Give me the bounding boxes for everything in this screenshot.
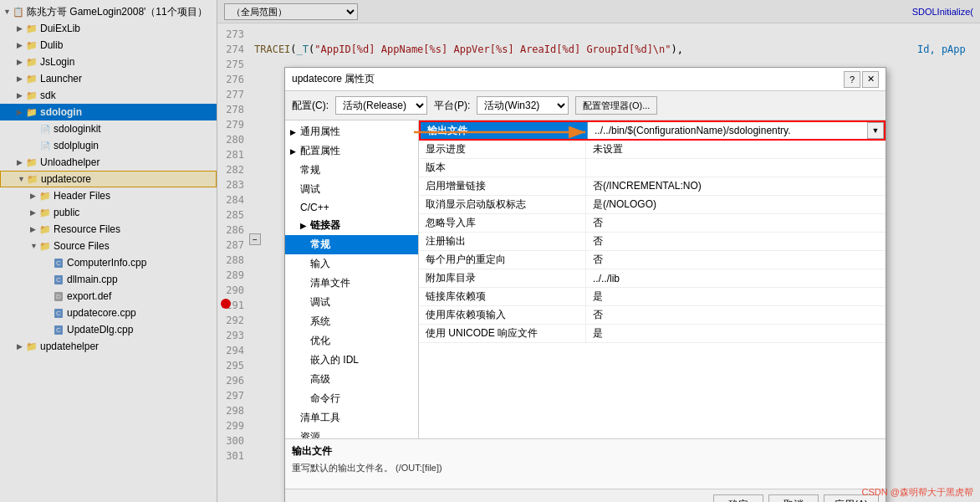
prop-row: 使用库依赖项输入否 — [419, 306, 886, 325]
modal-tree-label: 清单工具 — [300, 412, 340, 423]
prop-name: 附加库目录 — [419, 269, 586, 287]
output-file-value: ../../bin/$(ConfigurationName)/sdologine… — [595, 125, 867, 136]
prop-row: 启用增量链接否(/INCREMENTAL:NO) — [419, 177, 886, 196]
prop-name: 版本 — [419, 159, 586, 177]
prop-row: 注册输出否 — [419, 233, 886, 251]
ok-button[interactable]: 确定 — [713, 494, 763, 502]
modal-tree-item[interactable]: 高级 — [285, 370, 418, 389]
output-file-row: 输出文件 ../../bin/$(ConfigurationName)/sdol… — [419, 120, 886, 141]
description-title: 输出文件 — [292, 444, 879, 458]
modal-tree-label: 调试 — [300, 183, 320, 195]
prop-name: 显示进度 — [419, 141, 586, 158]
prop-name: 取消显示启动版权标志 — [419, 196, 586, 213]
help-button[interactable]: ? — [844, 71, 860, 88]
prop-value: 否(/INCREMENTAL:NO) — [586, 177, 886, 195]
platform-label: 平台(P): — [434, 99, 470, 113]
prop-value: 是(/NOLOGO) — [586, 196, 886, 213]
modal-right-panel: 输出文件 ../../bin/$(ConfigurationName)/sdol… — [419, 120, 886, 438]
modal-tree-label: 常规 — [300, 164, 320, 176]
properties-dialog: updatecore 属性页 ? ✕ 配置(C): 活动(Release) 平台… — [284, 67, 886, 502]
modal-tree-item[interactable]: ▶ 通用属性 — [285, 122, 418, 141]
modal-config-bar: 配置(C): 活动(Release) 平台(P): 活动(Win32) 配置管理… — [285, 91, 886, 120]
modal-tree-label: 输入 — [310, 258, 330, 269]
modal-tree-label: C/C++ — [300, 202, 329, 213]
output-file-value-container: ../../bin/$(ConfigurationName)/sdologine… — [588, 122, 884, 139]
modal-tree-label: 清单文件 — [310, 277, 350, 289]
modal-tree-label: 常规 — [310, 238, 330, 250]
output-file-browse-btn[interactable]: ▼ — [867, 122, 884, 139]
modal-tree-item[interactable]: ▶ 链接器 — [285, 216, 418, 235]
modal-tree-item[interactable]: ▶ 配置属性 — [285, 141, 418, 161]
modal-tree-label: 命令行 — [310, 392, 340, 404]
config-select[interactable]: 活动(Release) — [335, 96, 427, 115]
prop-row: 显示进度未设置 — [419, 141, 886, 159]
config-label: 配置(C): — [292, 99, 329, 113]
modal-tree-item[interactable]: 资源 — [285, 428, 418, 438]
modal-tree-label: 配置属性 — [300, 145, 340, 156]
modal-tree-item[interactable]: 输入 — [285, 254, 418, 274]
prop-value: 是 — [586, 325, 886, 342]
modal-tree-item[interactable]: 清单文件 — [285, 274, 418, 293]
prop-name: 每个用户的重定向 — [419, 251, 586, 269]
prop-row: 取消显示启动版权标志是(/NOLOGO) — [419, 196, 886, 214]
prop-value: 未设置 — [586, 141, 886, 158]
watermark: CSDN @森明帮大于黑虎帮 — [862, 486, 973, 499]
modal-tree-label: 优化 — [310, 335, 330, 346]
prop-name: 注册输出 — [419, 233, 586, 250]
prop-name: 忽略导入库 — [419, 214, 586, 232]
config-manager-button[interactable]: 配置管理器(O)... — [575, 96, 657, 115]
modal-tree-item[interactable]: 系统 — [285, 312, 418, 331]
modal-tree-label: 系统 — [310, 315, 330, 327]
prop-value: 否 — [586, 233, 886, 250]
modal-tree-label: 通用属性 — [300, 126, 340, 137]
prop-value: 否 — [586, 251, 886, 269]
modal-tree-item[interactable]: 清单工具 — [285, 408, 418, 428]
modal-tree-label: 高级 — [310, 373, 330, 385]
prop-name: 使用 UNICODE 响应文件 — [419, 325, 586, 342]
modal-tree-item[interactable]: 调试 — [285, 293, 418, 312]
close-button[interactable]: ✕ — [862, 71, 879, 88]
prop-value: 是 — [586, 288, 886, 305]
modal-tree-item[interactable]: 调试 — [285, 180, 418, 199]
modal-tree-item[interactable]: 常规 — [285, 161, 418, 180]
prop-name: 使用库依赖项输入 — [419, 306, 586, 324]
prop-row: 链接库依赖项是 — [419, 288, 886, 306]
modal-tree-label: 调试 — [310, 296, 330, 308]
modal-tree-item[interactable]: 嵌入的 IDL — [285, 351, 418, 370]
prop-value: ../../lib — [586, 271, 886, 286]
cancel-button[interactable]: 取消 — [768, 494, 819, 502]
modal-footer: 确定 取消 应用(A) — [285, 489, 886, 502]
modal-tree-item[interactable]: C/C++ — [285, 199, 418, 216]
prop-name: 启用增量链接 — [419, 177, 586, 195]
modal-tree-label: 嵌入的 IDL — [310, 354, 359, 366]
prop-row: 忽略导入库否 — [419, 214, 886, 233]
expand-icon[interactable]: ▶ — [290, 128, 299, 136]
prop-value: 否 — [586, 306, 886, 324]
modal-tree-item[interactable]: 常规 — [285, 235, 418, 254]
output-file-label: 输出文件 — [421, 122, 588, 139]
prop-row: 版本 — [419, 159, 886, 177]
expand-icon[interactable]: ▶ — [300, 222, 309, 230]
modal-description: 输出文件 重写默认的输出文件名。 (/OUT:[file]) — [285, 438, 886, 489]
prop-row: 使用 UNICODE 响应文件是 — [419, 325, 886, 343]
expand-icon[interactable]: ▶ — [290, 147, 299, 156]
modal-title: updatecore 属性页 — [292, 72, 842, 86]
modal-titlebar: updatecore 属性页 ? ✕ — [285, 68, 886, 91]
modal-tree-item[interactable]: 命令行 — [285, 389, 418, 408]
modal-tree-item[interactable]: 优化 — [285, 331, 418, 351]
prop-name: 链接库依赖项 — [419, 288, 586, 305]
prop-rows: 显示进度未设置版本启用增量链接否(/INCREMENTAL:NO)取消显示启动版… — [419, 141, 886, 343]
description-text: 重写默认的输出文件名。 (/OUT:[file]) — [292, 462, 879, 474]
modal-tree-label: 资源 — [300, 431, 320, 438]
platform-select[interactable]: 活动(Win32) — [477, 96, 569, 115]
prop-row: 附加库目录../../lib — [419, 269, 886, 288]
prop-value: 否 — [586, 214, 886, 232]
prop-row: 每个用户的重定向否 — [419, 251, 886, 269]
modal-tree-label: 链接器 — [310, 219, 340, 231]
modal-left-tree: ▶ 通用属性▶ 配置属性常规调试C/C++▶ 链接器常规输入清单文件调试系统优化… — [285, 120, 419, 438]
modal-body: ▶ 通用属性▶ 配置属性常规调试C/C++▶ 链接器常规输入清单文件调试系统优化… — [285, 120, 886, 438]
prop-value — [586, 166, 886, 170]
